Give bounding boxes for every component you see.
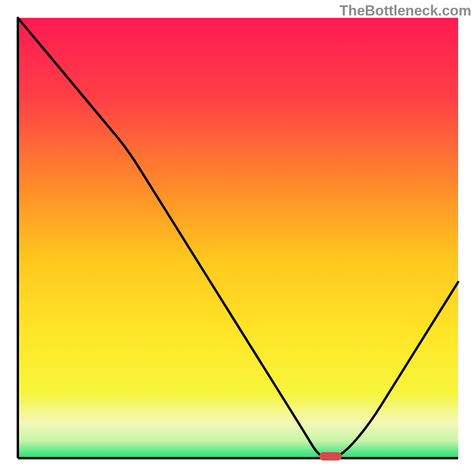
optimal-point-marker	[319, 452, 342, 461]
chart-svg	[0, 0, 476, 476]
bottleneck-chart: TheBottleneck.com	[0, 0, 476, 476]
plot-gradient-background	[18, 18, 458, 458]
